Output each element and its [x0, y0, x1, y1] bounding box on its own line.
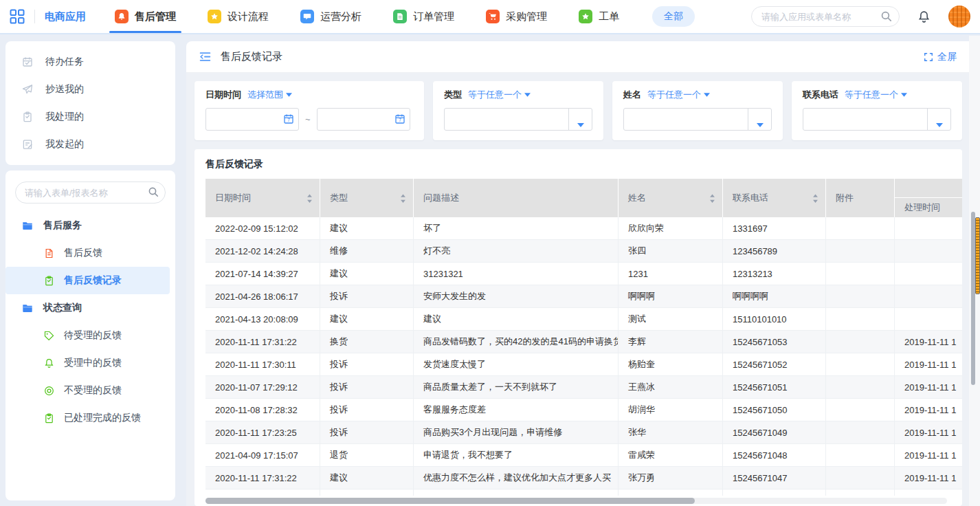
filter-select[interactable] — [803, 108, 951, 131]
table-row[interactable]: 2021-07-14 14:39:27建议3123132112311231321… — [205, 263, 962, 285]
forms-tree: 售后服务售后反馈售后反馈记录状态查询待受理的反馈受理中的反馈不受理的反馈已处理完… — [5, 212, 175, 432]
tree-folder[interactable]: 售后服务 — [5, 212, 175, 239]
table-cell — [826, 217, 895, 239]
app-tab[interactable]: 订单管理 — [393, 0, 454, 33]
table-cell — [826, 490, 895, 496]
calendar-icon — [22, 56, 33, 67]
table-row[interactable]: 2021-12-02 14:24:28维修灯不亮张四123456789 — [205, 240, 962, 263]
column-header-label: 附件 — [836, 192, 854, 204]
chevron-down-icon — [704, 93, 710, 97]
table-row[interactable]: 2021-04-26 18:06:17投诉安师大发生的发啊啊啊啊啊啊啊 — [205, 285, 962, 308]
column-header[interactable]: 类型 — [320, 179, 414, 217]
app-tab[interactable]: 工单 — [579, 0, 619, 33]
column-header-label: 联系电话 — [733, 192, 768, 204]
table-row[interactable]: 2020-11-11 17:30:11投诉发货速度太慢了杨贻奎152456710… — [205, 353, 962, 376]
fullscreen-button[interactable]: 全屏 — [924, 51, 957, 63]
table-row[interactable]: 2020-11-11 17:31:22换货商品发错码数了，买的42的发的是41码… — [205, 331, 962, 353]
collapse-sidebar-icon[interactable] — [199, 50, 212, 63]
horizontal-scrollbar-thumb[interactable] — [205, 498, 695, 504]
global-search-input[interactable] — [751, 6, 900, 27]
form-search — [15, 182, 166, 204]
app-tab[interactable]: 售后管理 — [115, 0, 176, 33]
table-row[interactable]: 2020-11-07 17:29:12投诉商品质量太差了，一天不到就坏了王燕冰1… — [205, 376, 962, 399]
select-dropdown-button[interactable] — [927, 109, 950, 130]
app-tab[interactable]: 设计流程 — [208, 0, 269, 33]
table-cell: 2021-07-14 14:39:27 — [205, 263, 320, 285]
all-apps-pill[interactable]: 全部 — [652, 6, 695, 27]
notification-bell-icon[interactable] — [917, 10, 931, 23]
main-panel: 售后反馈记录 全屏 日期时间选择范围7~7类型等于任意一个姓名等于任意一个联系电… — [186, 41, 969, 506]
tree-item[interactable]: 不受理的反馈 — [5, 377, 170, 404]
table-cell: 建议 — [320, 263, 414, 285]
form-search-input[interactable] — [15, 182, 166, 204]
apps-grid-icon[interactable] — [10, 9, 25, 24]
tree-item-label: 售后反馈 — [64, 247, 102, 259]
table-row[interactable]: 2021-04-09 17:15:07退货申请退货，我不想要了雷咸荣152456… — [205, 444, 962, 467]
cell-text: 张四 — [628, 245, 646, 257]
table-row[interactable]: 2021-04-13 20:08:09建议建议测试15110101010 — [205, 308, 962, 331]
sidebar-item-edit[interactable]: 我发起的 — [5, 131, 175, 158]
horizontal-scrollbar[interactable] — [205, 498, 947, 504]
table-cell: 安师大发生的发 — [414, 285, 619, 307]
table-cell — [826, 240, 895, 262]
table-cell: 换货 — [320, 331, 414, 353]
group-header-top — [895, 179, 962, 198]
user-avatar[interactable] — [948, 6, 970, 28]
filter-operator[interactable]: 选择范围 — [247, 89, 292, 101]
filter-inputs: 7~7 — [205, 108, 413, 131]
cell-text: 2021-12-02 14:24:28 — [215, 246, 298, 256]
tree-folder[interactable]: 状态查询 — [5, 294, 175, 322]
tree-item[interactable]: 售后反馈 — [5, 239, 170, 267]
column-header[interactable]: 日期时间 — [205, 179, 320, 217]
tree-item[interactable]: 受理中的反馈 — [5, 349, 170, 377]
panel-header: 售后反馈记录 全屏 — [186, 41, 969, 73]
tree-item[interactable]: 售后反馈记录 — [5, 267, 170, 294]
cell-text: 维修 — [330, 245, 348, 257]
sidebar-item-calendar[interactable]: 待办任务 — [5, 48, 175, 76]
column-header[interactable]: 姓名 — [619, 179, 723, 217]
filter-select[interactable] — [623, 108, 772, 131]
app-tabs: 售后管理设计流程运营分析订单管理采购管理工单 — [115, 0, 619, 33]
select-dropdown-button[interactable] — [568, 109, 592, 130]
table-row[interactable]: 2020-11-08 17:28:32投诉客服服务态度差胡润华152456710… — [205, 399, 962, 421]
app-tab[interactable]: 采购管理 — [486, 0, 547, 33]
top-header: 电商应用 售后管理设计流程运营分析订单管理采购管理工单 全部 — [0, 0, 980, 34]
sidebar: 待办任务抄送我的我处理的我发起的 售后服务售后反馈售后反馈记录状态查询待受理的反… — [0, 36, 181, 506]
cell-text: 2021-04-09 17:15:07 — [215, 450, 298, 461]
table-cell — [826, 444, 895, 466]
table-cell: 坏了 — [414, 217, 619, 239]
app-tab[interactable]: 运营分析 — [300, 0, 361, 33]
filter-operator[interactable]: 等于任意一个 — [468, 89, 531, 101]
table-cell: 建议 — [320, 217, 414, 239]
current-app-name[interactable]: 电商应用 — [45, 10, 86, 23]
cell-text: 啊啊啊 — [628, 290, 655, 302]
cell-text: 商品发错码数了，买的42的发的是41码的申请换货 — [423, 336, 619, 348]
table-cell — [826, 467, 895, 489]
sort-icon — [400, 194, 406, 203]
clipboard-icon — [44, 413, 54, 424]
table-row[interactable]: 2020-11-11 17:23:25投诉商品购买3个月出现问题，申请维修张华1… — [205, 421, 962, 444]
select-dropdown-button[interactable] — [748, 109, 771, 130]
table-cell: 投诉 — [320, 376, 414, 398]
cell-text: 退货 — [330, 449, 348, 461]
table-cell: 15245671051 — [723, 376, 826, 398]
tree-item[interactable]: 已处理完成的反馈 — [5, 404, 170, 432]
tree-item[interactable]: 待受理的反馈 — [5, 322, 170, 349]
table-cell: 15110101010 — [723, 308, 826, 330]
column-header: 附件 — [826, 179, 895, 217]
column-header[interactable]: 联系电话 — [723, 179, 826, 217]
search-icon[interactable] — [148, 186, 159, 197]
table-cell: 2020-11-11 17:31:22 — [205, 467, 320, 489]
table-row[interactable]: 2022-02-09 15:12:02建议坏了欣欣向荣1331697 — [205, 217, 962, 240]
filter-select[interactable] — [444, 108, 592, 131]
sidebar-item-plane[interactable]: 抄送我的 — [5, 76, 175, 103]
filter-operator[interactable]: 等于任意一个 — [647, 89, 710, 101]
table-cell: 建议 — [414, 308, 619, 330]
cell-text: 商品购买3个月出现问题，申请维修 — [423, 426, 562, 439]
table-row[interactable]: 2020-11-11 17:31:22建议优惠力度不怎么样，建议优化加大点才更多… — [205, 467, 962, 490]
filter-operator[interactable]: 等于任意一个 — [845, 89, 907, 101]
sidebar-item-clipboard[interactable]: 我处理的 — [5, 103, 175, 131]
search-icon[interactable] — [880, 10, 892, 22]
table-cell — [895, 308, 962, 330]
table-cell — [826, 353, 895, 375]
